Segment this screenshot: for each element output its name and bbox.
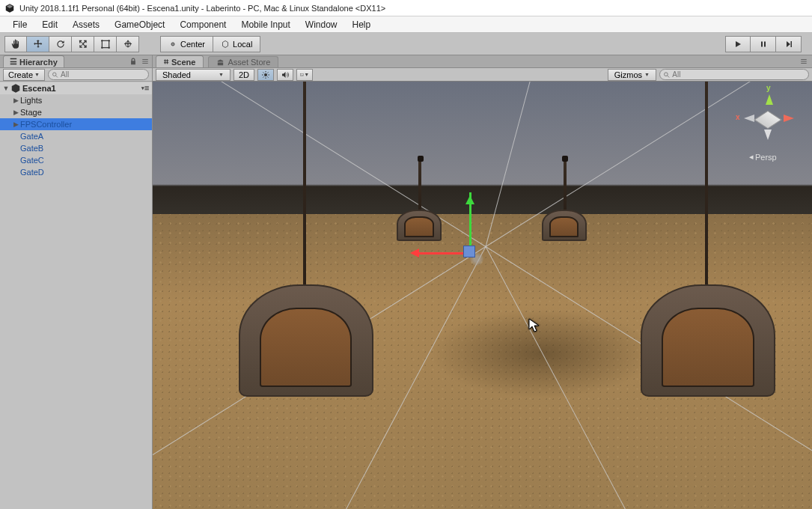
local-icon (221, 40, 230, 49)
hierarchy-controls: Create ▼ (0, 68, 152, 82)
gizmos-dropdown[interactable]: Gizmos ▼ (608, 69, 656, 81)
svg-rect-31 (301, 73, 304, 76)
draw-mode-dropdown[interactable]: Shaded ▼ (156, 69, 231, 81)
item-label: FPSController (20, 120, 72, 129)
gate-object[interactable] (397, 189, 442, 241)
menu-help[interactable]: Help (345, 17, 379, 32)
svg-point-6 (108, 46, 109, 48)
scene-search[interactable] (659, 69, 809, 80)
toggle-2d[interactable]: 2D (233, 69, 254, 81)
panel-menu-icon[interactable] (140, 56, 150, 67)
main-toolbar: Center Local (0, 33, 812, 55)
tab-scene[interactable]: ⌗ Scene (156, 55, 204, 67)
menu-bar: File Edit Assets GameObject Component Mo… (0, 16, 812, 33)
panel-lock-icon[interactable] (128, 56, 138, 67)
gate-object[interactable] (542, 189, 587, 241)
svg-rect-11 (764, 41, 766, 46)
menu-gameobject[interactable]: GameObject (107, 17, 172, 32)
fold-icon[interactable]: ▶ (11, 109, 20, 116)
axis-z-cone-icon[interactable] (764, 129, 772, 144)
scene-menu-icon[interactable]: ▾☰ (141, 85, 149, 91)
toggle-fx[interactable]: ▼ (296, 69, 313, 81)
pause-button[interactable] (751, 36, 776, 52)
gate-body (397, 210, 442, 241)
scene-row[interactable]: ▼ Escena1 ▾☰ (0, 82, 152, 94)
scene-tab-label: Scene (171, 58, 195, 67)
transform-tool-group (4, 36, 139, 52)
gate-object[interactable] (641, 210, 775, 397)
svg-line-28 (268, 76, 269, 77)
menu-edit[interactable]: Edit (34, 17, 65, 32)
play-controls (725, 36, 802, 52)
pivot-center-button[interactable]: Center (160, 36, 213, 52)
scene-view-panel: ⌗ Scene Asset Store Shaded ▼ 2D ▼ Gizmos… (153, 55, 812, 509)
panel-menu-icon[interactable] (799, 56, 809, 67)
hierarchy-item-gatea[interactable]: GateA (0, 130, 152, 142)
axis-neg-cone-icon[interactable] (740, 115, 754, 122)
svg-point-22 (264, 73, 267, 76)
menu-component[interactable]: Component (172, 17, 233, 32)
gizmo-x-axis[interactable] (413, 252, 467, 254)
menu-window[interactable]: Window (298, 17, 345, 32)
toggle-lighting[interactable] (257, 69, 274, 81)
move-tool-button[interactable] (27, 36, 49, 52)
gate-pole (418, 157, 421, 210)
rotate-tool-button[interactable] (49, 36, 72, 52)
window-title: Unity 2018.1.1f1 Personal (64bit) - Esce… (19, 4, 385, 13)
orientation-cube-icon[interactable] (754, 111, 782, 129)
tab-assetstore[interactable]: Asset Store (208, 56, 278, 67)
svg-line-29 (263, 76, 264, 77)
projection-toggle[interactable]: ◂ Persp (749, 152, 777, 162)
scene-search-input[interactable] (672, 70, 805, 79)
fold-icon[interactable]: ▶ (11, 97, 20, 104)
step-button[interactable] (776, 36, 802, 52)
orientation-gizmo[interactable]: y x ◂ Persp (736, 88, 803, 162)
transform-tool-button[interactable] (117, 36, 139, 52)
svg-rect-10 (761, 41, 763, 46)
hand-tool-button[interactable] (4, 36, 27, 52)
svg-rect-13 (142, 59, 148, 60)
svg-rect-20 (801, 61, 807, 62)
gizmo-center-cube[interactable] (463, 246, 475, 257)
gizmo-y-axis[interactable] (469, 192, 471, 252)
fold-icon[interactable]: ▼ (1, 85, 10, 92)
svg-rect-19 (801, 59, 807, 60)
gate-body (239, 284, 373, 397)
axis-x-cone-icon[interactable] (784, 115, 798, 122)
menu-assets[interactable]: Assets (65, 17, 107, 32)
svg-rect-12 (790, 41, 792, 47)
create-dropdown[interactable]: Create ▼ (3, 69, 45, 81)
scale-tool-button[interactable] (72, 36, 94, 52)
fold-icon[interactable]: ▶ (11, 121, 20, 128)
pivot-local-label: Local (233, 40, 252, 49)
search-icon (52, 71, 58, 79)
hierarchy-item-gated[interactable]: GateD (0, 166, 152, 178)
center-icon (168, 40, 177, 49)
scene-viewport[interactable]: y x ◂ Persp (153, 82, 812, 509)
pivot-local-button[interactable]: Local (213, 36, 260, 52)
rect-tool-button[interactable] (94, 36, 117, 52)
hierarchy-item-lights[interactable]: ▶Lights (0, 94, 152, 106)
hierarchy-search[interactable] (48, 69, 149, 80)
play-button[interactable] (725, 36, 751, 52)
svg-point-3 (101, 40, 103, 41)
menu-file[interactable]: File (5, 17, 34, 32)
gate-flag (562, 156, 568, 162)
toggle-audio[interactable] (277, 69, 293, 81)
hierarchy-tree: ▼ Escena1 ▾☰ ▶Lights ▶Stage ▶FPSControll… (0, 82, 152, 509)
menu-mobileinput[interactable]: Mobile Input (233, 17, 297, 32)
svg-line-30 (268, 72, 269, 73)
hierarchy-search-input[interactable] (61, 70, 145, 79)
hierarchy-item-gatec[interactable]: GateC (0, 154, 152, 166)
scene-name: Escena1 (22, 84, 56, 93)
create-label: Create (8, 70, 33, 79)
hierarchy-item-gateb[interactable]: GateB (0, 142, 152, 154)
gate-object[interactable] (239, 210, 373, 397)
axis-y-cone-icon[interactable] (766, 91, 773, 105)
scene-control-bar: Shaded ▼ 2D ▼ Gizmos ▼ (153, 68, 812, 82)
search-icon (663, 71, 670, 79)
hierarchy-item-fpscontroller[interactable]: ▶FPSController (0, 118, 152, 130)
item-label: GateC (20, 156, 44, 165)
hierarchy-tab[interactable]: ☰ Hierarchy (3, 55, 64, 67)
hierarchy-item-stage[interactable]: ▶Stage (0, 106, 152, 118)
